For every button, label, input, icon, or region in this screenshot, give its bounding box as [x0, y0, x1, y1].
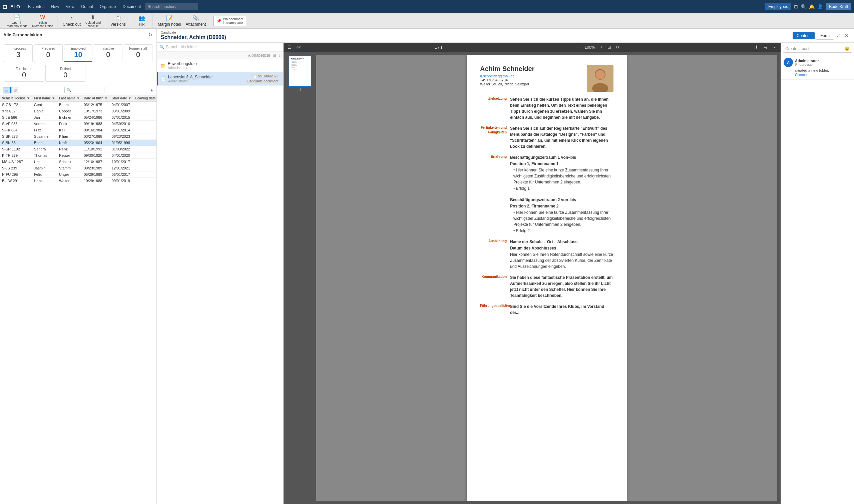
- table-row[interactable]: N-FU 295FelixUnger05/29/198905/01/201710…: [0, 172, 157, 178]
- table-row[interactable]: B-HW 291HansWalter10/29/198809/01/201902…: [0, 178, 157, 184]
- bell-icon[interactable]: 🔔: [809, 4, 815, 9]
- pin-icon: 📌: [217, 19, 221, 23]
- stat-former[interactable]: Former staff 0: [124, 44, 152, 62]
- stat-prepared[interactable]: Prepared 0: [34, 44, 63, 62]
- table-cell: S-BK 66: [0, 140, 32, 146]
- col-start[interactable]: Start date ▼: [110, 95, 133, 102]
- pin-document-button[interactable]: 📌 Pin documentin teamspace: [214, 16, 246, 26]
- nav-document[interactable]: Document: [120, 3, 144, 10]
- list-view-button[interactable]: ☰: [3, 87, 11, 93]
- nav-new[interactable]: New: [48, 3, 62, 10]
- filter-icon[interactable]: ⊟: [273, 53, 276, 58]
- table-row[interactable]: S-VF 988VeronaFunk09/19/198804/30/201611…: [0, 121, 157, 127]
- file-count-badge: 📄 of 07/06/2023: [251, 74, 280, 78]
- table-row[interactable]: S-GB 172GerdBaum03/12/197504/01/200709/3…: [0, 102, 157, 108]
- form-button[interactable]: Form: [816, 32, 834, 40]
- comment-type[interactable]: Comment: [795, 73, 851, 77]
- pdf-fit-page-button[interactable]: ⊡: [606, 44, 613, 50]
- table-row[interactable]: K-TR 279ThomasReuter09/30/192004/01/2020…: [0, 152, 157, 159]
- pdf-print-button[interactable]: 🖨: [762, 44, 769, 50]
- comment-input[interactable]: Create a post 😊: [783, 45, 852, 53]
- collapse-icon[interactable]: ▲: [150, 88, 154, 92]
- office-icon: W: [40, 14, 45, 20]
- pdf-zoom-in-button[interactable]: +: [599, 44, 604, 50]
- table-cell: 03/27/1988: [82, 133, 110, 140]
- margin-notes-button[interactable]: 📝 Margin notes: [156, 14, 183, 28]
- col-dob[interactable]: Date of birth ▼: [82, 95, 110, 102]
- table-row[interactable]: S-FK 884FritzKeil08/16/198406/01/201411/…: [0, 127, 157, 133]
- file-list-panel: 🔍 Alphabetical ⊟ ↕ 📁 Bewerbungsfoto Admi…: [157, 43, 284, 504]
- table-cell: 03/12/1975: [82, 102, 110, 108]
- table-cell: 05/29/1989: [82, 172, 110, 178]
- table-cell: 09/30/1920: [82, 152, 110, 159]
- user-icon[interactable]: 👤: [817, 4, 823, 9]
- nav-output[interactable]: Output: [78, 3, 96, 10]
- grid-icon[interactable]: ⊞: [3, 4, 7, 10]
- table-row[interactable]: S-JS 239JasminStamm09/23/198912/01/20210…: [0, 165, 157, 172]
- checkout-button[interactable]: ↑ Check out: [61, 14, 83, 28]
- table-cell: Schenk: [57, 159, 82, 165]
- edit-office-button[interactable]: W Edit inMicrosoft Office: [30, 13, 55, 29]
- content-button[interactable]: Content: [793, 32, 815, 39]
- table-row[interactable]: S-SR 1192SandraRenz11/10/199201/03/20220…: [0, 146, 157, 152]
- employees-button[interactable]: Employees: [765, 3, 791, 10]
- stat-inactive[interactable]: Inactive 0: [94, 44, 123, 62]
- table-row[interactable]: MS-US 1287UteSchenk12/16/198710/01/20170…: [0, 159, 157, 165]
- table-cell: 11/10/1992: [82, 146, 110, 152]
- expand-icon[interactable]: ⤢: [835, 32, 842, 39]
- attachment-button[interactable]: 📎 Attachment: [183, 14, 208, 28]
- col-vehicle[interactable]: Vehicle license ▼: [0, 95, 32, 102]
- search-input[interactable]: [145, 3, 198, 10]
- file-right: 📄 of 07/06/2023 Candidate document: [246, 74, 280, 84]
- stat-retired[interactable]: Retired 0: [46, 65, 86, 82]
- table-cell: 04/30/2016: [110, 121, 133, 127]
- left-panel: Alle Personalakten ↻ In process 3 Prepar…: [0, 29, 157, 504]
- left-panel-actions: ↻: [148, 31, 153, 38]
- col-lastname[interactable]: Last name ▼: [57, 95, 82, 102]
- sort-icon[interactable]: ↕: [278, 53, 280, 58]
- hr-button[interactable]: 👥 HR: [133, 14, 150, 28]
- table-row[interactable]: S-SK 273SusanneKilian03/27/198806/23/202…: [0, 133, 157, 140]
- user-badge[interactable]: Bodo Kraft: [825, 3, 851, 10]
- refresh-icon[interactable]: ↻: [148, 31, 153, 38]
- pdf-thumbnail-1[interactable]: Achim Schneider a.schneider@mail.de Ziel…: [289, 55, 312, 87]
- table-cell: Sandra: [32, 146, 57, 152]
- stat-in-process-value: 3: [6, 50, 31, 59]
- close-icon[interactable]: ✕: [843, 32, 850, 39]
- grid-view-icon[interactable]: ⊞: [794, 4, 798, 9]
- file-item-bewerbungsfoto[interactable]: 📁 Bewerbungsfoto Administrator: [157, 59, 283, 72]
- table-cell: [133, 165, 157, 172]
- stat-in-process[interactable]: In process 3: [4, 44, 33, 62]
- file-search-input[interactable]: [166, 45, 280, 49]
- table-row[interactable]: 973 EJ2DanielCooper10/17/197303/01/20092…: [0, 108, 157, 114]
- table-cell: Kraft: [57, 140, 82, 146]
- pdf-fit-icon[interactable]: ⊹x: [295, 45, 302, 50]
- grid-view-button[interactable]: ⊞: [11, 87, 19, 93]
- nav-favorites[interactable]: Favorites: [25, 3, 47, 10]
- pdf-zoom-out-button[interactable]: −: [576, 44, 581, 50]
- stat-terminated[interactable]: Terminated 0: [4, 65, 44, 82]
- employee-table: Vehicle license ▼ First name ▼ Last name…: [0, 95, 157, 184]
- file-item-lebenslauf[interactable]: 📄 Lebenslauf_A_Schneider Administrator 📄…: [157, 72, 283, 86]
- table-cell: 09/01/2019: [110, 178, 133, 184]
- upload-checkin-button[interactable]: ⬆ Upload andcheck in: [84, 13, 103, 29]
- col-leaving[interactable]: Leaving date. ▼: [133, 95, 157, 102]
- cv-photo-svg: [587, 65, 614, 92]
- stat-former-label: Former staff: [125, 47, 151, 50]
- search-icon[interactable]: 🔍: [801, 4, 806, 9]
- pdf-more-button[interactable]: ⋮: [771, 44, 778, 50]
- sort-label[interactable]: Alphabetical: [248, 53, 270, 58]
- open-readonly-button[interactable]: 📄 Open inread-only mode: [5, 13, 30, 29]
- table-row[interactable]: S-JE 586JanEichner05/24/198607/01/201512…: [0, 114, 157, 121]
- pdf-download-button[interactable]: ⬇: [753, 44, 760, 50]
- stat-employed[interactable]: Employed 10: [64, 44, 93, 62]
- table-cell: 04/01/2007: [110, 102, 133, 108]
- pdf-rotate-button[interactable]: ↺: [615, 44, 621, 50]
- versions-button[interactable]: 📋 Versions: [108, 14, 128, 28]
- col-firstname[interactable]: First name ▼: [32, 95, 57, 102]
- nav-organize[interactable]: Organize: [97, 3, 119, 10]
- pdf-menu-icon[interactable]: ☰: [286, 44, 293, 50]
- employee-search-input[interactable]: [65, 87, 104, 93]
- table-row[interactable]: S-BK 66BodoKraft05/23/196401/05/19982000: [0, 140, 157, 146]
- nav-view[interactable]: View: [63, 3, 77, 10]
